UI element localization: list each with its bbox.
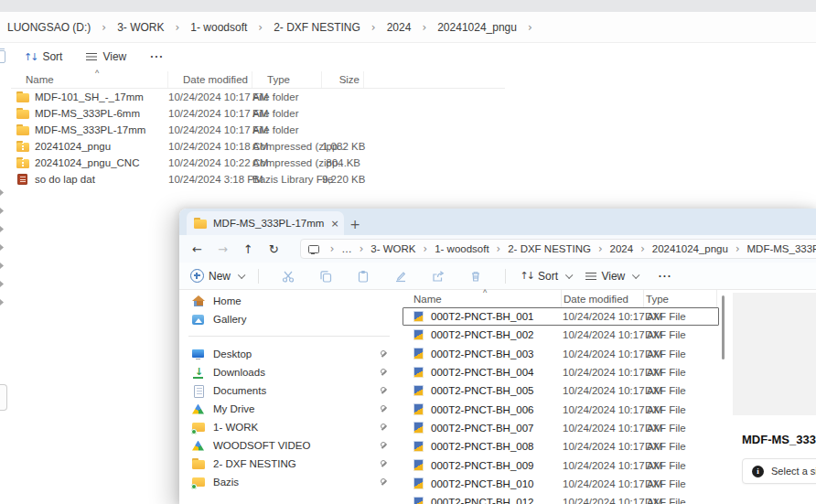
sidebar-item-label: My Drive (213, 403, 254, 414)
table-row[interactable]: 000T2-PNCT-BH_012 10/24/2024 10:17 AM DX… (403, 493, 719, 504)
table-row[interactable]: 000T2-PNCT-BH_002 10/24/2024 10:17 AM DX… (403, 326, 719, 344)
table-row[interactable]: so do lap dat 10/24/2024 3:18 PM Bazis L… (11, 171, 505, 188)
navigation-pane: Home Gallery Desktop (179, 290, 403, 504)
new-icon (190, 269, 204, 283)
scrollbar-thumb[interactable] (0, 384, 7, 411)
file-list-header: ^ Name Date modified Type (403, 290, 719, 307)
table-row[interactable]: MDF-MS_333PL-6mm 10/24/2024 10:17 AM Fil… (11, 105, 505, 122)
file-name: 000T2-PNCT-BH_006 (431, 404, 534, 415)
file-name: MDF-MS_333PL-6mm (35, 108, 140, 119)
column-header-date[interactable]: Date modified (562, 290, 644, 307)
sidebar-item-label: Downloads (213, 367, 265, 378)
new-tab-button[interactable]: + (344, 217, 366, 231)
table-row[interactable]: MDF-MS_333PL-17mm 10/24/2024 10:17 AM Fi… (11, 122, 505, 138)
table-row[interactable]: MDF-101_SH_-_17mm 10/24/2024 10:17 AM Fi… (11, 89, 505, 105)
share-icon[interactable] (432, 270, 445, 283)
table-row[interactable]: 000T2-PNCT-BH_003 10/24/2024 10:17 AM DX… (403, 345, 719, 363)
view-icon (585, 272, 596, 281)
table-row[interactable]: 000T2-PNCT-BH_008 10/24/2024 10:17 AM DX… (403, 437, 719, 456)
file-date: 10/24/2024 10:17 AM (563, 460, 645, 471)
sidebar-item[interactable]: Desktop (179, 345, 403, 363)
delete-icon[interactable] (0, 50, 5, 63)
up-button[interactable]: ↑ (243, 242, 253, 256)
sidebar-item[interactable]: Documents (179, 381, 403, 400)
paste-icon[interactable] (357, 270, 370, 283)
copy-icon[interactable] (319, 270, 332, 283)
file-rows: 000T2-PNCT-BH_001 10/24/2024 10:17 AM DX… (403, 307, 719, 504)
dxf-file-icon (413, 329, 425, 341)
sidebar-item[interactable]: Gallery (179, 310, 403, 328)
file-type: DXF File (645, 478, 718, 489)
table-row[interactable]: 000T2-PNCT-BH_007 10/24/2024 10:17 AM DX… (403, 419, 719, 437)
sort-button[interactable]: ↑↓ Sort (521, 270, 571, 283)
breadcrumb-item[interactable]: 1- woodsoft (416, 242, 489, 255)
sidebar-item[interactable]: Home (179, 292, 403, 310)
back-button[interactable]: ← (192, 242, 202, 256)
sidebar-item-icon (192, 295, 205, 307)
sort-button[interactable]: ↑↓ Sort (24, 50, 62, 63)
sidebar-item[interactable]: My Drive (179, 400, 403, 418)
more-options-button[interactable]: ··· (659, 270, 672, 283)
table-row[interactable]: 20241024_pngu 10/24/2024 10:18 AM Compre… (11, 138, 505, 155)
column-header-type[interactable]: Type (252, 71, 322, 88)
table-row[interactable]: 000T2-PNCT-BH_010 10/24/2024 10:17 AM DX… (403, 475, 719, 493)
table-row[interactable]: 000T2-PNCT-BH_001 10/24/2024 10:17 AM DX… (403, 307, 719, 326)
table-row[interactable]: 000T2-PNCT-BH_006 10/24/2024 10:17 AM DX… (403, 400, 719, 418)
table-row[interactable]: 000T2-PNCT-BH_004 10/24/2024 10:17 AM DX… (403, 363, 719, 381)
sidebar-item[interactable]: WOODSOFT VIDEO (179, 436, 403, 455)
file-name: MDF-101_SH_-_17mm (35, 91, 144, 102)
sidebar-item[interactable]: 2- DXF NESTING (179, 455, 403, 473)
sidebar-item[interactable]: Bazis (179, 473, 403, 491)
column-header-date[interactable]: Date modified (168, 71, 252, 88)
breadcrumb-item[interactable]: … (323, 242, 352, 255)
close-tab-icon[interactable]: × (330, 218, 338, 230)
forward-button[interactable]: → (218, 242, 228, 256)
address-bar[interactable]: …3- WORK1- woodsoft2- DXF NESTING2024202… (300, 239, 816, 259)
view-button[interactable]: View (86, 50, 126, 63)
breadcrumb-item[interactable]: 2- DXF NESTING (272, 21, 385, 34)
breadcrumb-item[interactable]: MDF-MS_333PL-17mm (728, 242, 816, 255)
address-crumbs: …3- WORK1- woodsoft2- DXF NESTING2024202… (323, 242, 816, 255)
table-row[interactable]: 000T2-PNCT-BH_009 10/24/2024 10:17 AM DX… (403, 456, 719, 474)
more-options-button[interactable]: ··· (150, 50, 164, 63)
breadcrumb-item[interactable]: 2- DXF NESTING (489, 242, 591, 255)
new-button[interactable]: New (190, 269, 243, 283)
breadcrumb-item[interactable]: 1- woodsoft (188, 21, 272, 34)
rename-icon[interactable] (394, 270, 407, 283)
table-row[interactable]: 20241024_pngu_CNC 10/24/2024 10:22 AM Co… (11, 155, 505, 171)
file-name: 000T2-PNCT-BH_005 (431, 385, 534, 396)
window-body: Home Gallery Desktop (179, 290, 816, 504)
breadcrumb-item[interactable]: 3- WORK (115, 21, 188, 34)
breadcrumb-item[interactable]: 2024 (385, 21, 436, 34)
file-date: 10/24/2024 10:17 AM (563, 385, 645, 396)
file-name: 000T2-PNCT-BH_003 (431, 349, 534, 359)
breadcrumb-item[interactable]: LUONGSAO (D:) (5, 21, 115, 34)
file-date: 10/24/2024 10:17 AM (563, 423, 645, 434)
cut-icon[interactable] (282, 270, 295, 283)
column-header-filler (364, 71, 492, 88)
tab-title: MDF-MS_333PL-17mm (213, 218, 324, 229)
delete-icon[interactable] (469, 270, 482, 283)
view-button[interactable]: View (585, 270, 637, 283)
column-header-size[interactable]: Size (322, 71, 364, 88)
file-type: DXF File (645, 423, 718, 434)
breadcrumb-item[interactable]: 3- WORK (352, 242, 416, 255)
tab-mdf-ms-333pl-17mm[interactable]: MDF-MS_333PL-17mm × (187, 211, 344, 235)
sidebar-item-label: Documents (213, 385, 266, 396)
breadcrumb-item[interactable]: 20241024_pngu (435, 21, 542, 34)
info-icon: i (752, 466, 764, 477)
sidebar-item[interactable]: 1- WORK (179, 418, 403, 436)
scrollbar-thumb[interactable] (722, 295, 725, 359)
file-date: 10/24/2024 10:17 AM (563, 311, 645, 322)
column-header-name[interactable]: Name (11, 71, 168, 88)
refresh-button[interactable]: ↻ (269, 242, 279, 256)
pin-icon (0, 226, 4, 232)
breadcrumb-item[interactable]: 2024 (591, 242, 633, 255)
sort-label: Sort (538, 270, 558, 283)
file-list-scrollbar[interactable] (719, 290, 728, 504)
file-date: 10/24/2024 10:17 AM (168, 124, 252, 135)
table-row[interactable]: 000T2-PNCT-BH_005 10/24/2024 10:17 AM DX… (403, 381, 719, 400)
breadcrumb-item[interactable]: 20241024_pngu (633, 242, 728, 255)
column-header-type[interactable]: Type (644, 290, 717, 307)
sidebar-item[interactable]: Downloads (179, 363, 403, 381)
